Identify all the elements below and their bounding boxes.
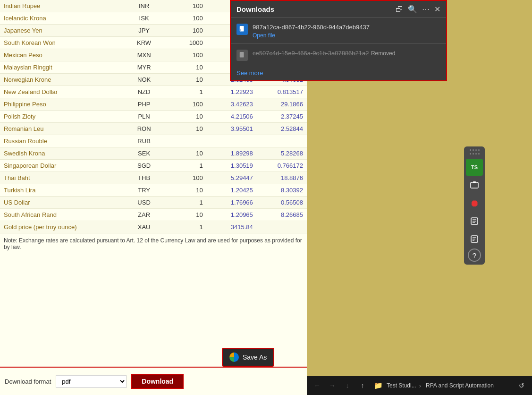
currency-value: 0.813517 <box>257 86 307 98</box>
currency-code: NOK <box>125 74 163 86</box>
currency-name: Indian Rupee <box>0 0 125 12</box>
currency-value: 8.26685 <box>257 209 307 221</box>
currency-code: SGD <box>125 160 163 172</box>
table-row: Swedish Krona SEK 10 1.89298 5.28268 <box>0 147 307 160</box>
down-button[interactable]: ↓ <box>341 379 354 392</box>
close-icon[interactable]: ✕ <box>434 5 440 14</box>
download-button[interactable]: Download <box>131 374 184 389</box>
currency-value: 29.1866 <box>257 98 307 111</box>
currency-unit: 100 <box>163 172 207 184</box>
currency-name: Mexican Peso <box>0 49 125 61</box>
toolbar-ts-button[interactable]: TS <box>466 159 483 176</box>
refresh-button[interactable]: ↺ <box>515 379 528 392</box>
currency-name: Malaysian Ringgit <box>0 61 125 74</box>
currency-code: TRY <box>125 184 163 197</box>
downloads-header-icons: 🗗 🔍 ⋯ ✕ <box>396 5 440 14</box>
table-row: Polish Zloty PLN 10 4.21506 2.37245 <box>0 111 307 123</box>
currency-name: New Zealand Dollar <box>0 86 125 98</box>
table-row: Gold price (per troy ounce) XAU 1 3415.8… <box>0 221 307 233</box>
taskbar-path1: Test Studi... <box>387 382 416 389</box>
search-icon[interactable]: 🔍 <box>408 5 417 14</box>
currency-rate: 1.20965 <box>207 209 257 221</box>
up-button[interactable]: ↑ <box>356 379 369 392</box>
currency-rate: 1.22923 <box>207 86 257 98</box>
currency-unit: 10 <box>163 111 207 123</box>
currency-code: USD <box>125 197 163 209</box>
currency-unit <box>163 135 207 147</box>
currency-code: RON <box>125 123 163 135</box>
currency-name: South Korean Won <box>0 37 125 49</box>
currency-rate: 3.42623 <box>207 98 257 111</box>
back-button[interactable]: ← <box>311 379 324 392</box>
toolbar-record-button[interactable]: ⏺ <box>466 195 483 212</box>
toolbar-script-button[interactable] <box>466 213 483 230</box>
download-item-info: 987a12ca-d867-4b22-960d-944a7deb9437 Ope… <box>253 23 440 39</box>
minimize-icon[interactable]: 🗗 <box>396 5 403 14</box>
see-more-link[interactable]: See more <box>231 66 446 80</box>
currency-rate: 3415.84 <box>207 221 257 233</box>
download-item-info-2: ce507c4d-15e9-466a-9c1b-3a07886b21a2 Rem… <box>253 49 440 57</box>
open-file-link[interactable]: Open file <box>253 32 440 39</box>
currency-unit: 1 <box>163 197 207 209</box>
currency-code: NZD <box>125 86 163 98</box>
currency-name: Singaporean Dollar <box>0 160 125 172</box>
currency-name: Romanian Leu <box>0 123 125 135</box>
toolbar-capture-button[interactable] <box>466 177 483 194</box>
taskbar: ← → ↓ ↑ 📁 Test Studi... › RPA and Script… <box>307 376 532 395</box>
format-select[interactable]: pdf csv xlsx <box>56 375 127 388</box>
currency-code: ZAR <box>125 209 163 221</box>
grip-dot <box>478 153 480 155</box>
downloads-panel: Downloads 🗗 🔍 ⋯ ✕ E 987a12ca-d867-4b22-9… <box>230 0 447 81</box>
currency-rate: 4.21506 <box>207 111 257 123</box>
currency-name: Icelandic Krona <box>0 12 125 25</box>
currency-name: Thai Baht <box>0 172 125 184</box>
note-text: Note: Exchange rates are calculated purs… <box>0 233 307 254</box>
currency-code: SEK <box>125 147 163 160</box>
currency-rate: 1.89298 <box>207 147 257 160</box>
toolbar-script2-button[interactable] <box>466 231 483 248</box>
currency-unit: 1 <box>163 160 207 172</box>
currency-rate: 1.76966 <box>207 197 257 209</box>
right-toolbar: TS ⏺ ? <box>464 146 485 265</box>
forward-button[interactable]: → <box>326 379 339 392</box>
edge-logo <box>229 352 239 362</box>
currency-code: RUB <box>125 135 163 147</box>
table-row: Philippine Peso PHP 100 3.42623 29.1866 <box>0 98 307 111</box>
save-as-popup: Save As <box>222 348 274 367</box>
currency-unit: 10 <box>163 147 207 160</box>
currency-name: Polish Zloty <box>0 111 125 123</box>
currency-unit: 100 <box>163 0 207 12</box>
toolbar-help-button[interactable]: ? <box>468 249 481 262</box>
taskbar-path2: RPA and Script Automation <box>426 382 494 389</box>
currency-value: 8.30392 <box>257 184 307 197</box>
currency-code: ISK <box>125 12 163 25</box>
download-file-icon-2 <box>236 50 248 61</box>
currency-unit: 10 <box>163 74 207 86</box>
currency-rate: 5.29447 <box>207 172 257 184</box>
currency-value: 18.8876 <box>257 172 307 184</box>
currency-code: THB <box>125 172 163 184</box>
table-row: US Dollar USD 1 1.76966 0.56508 <box>0 197 307 209</box>
currency-rate: 1.20425 <box>207 184 257 197</box>
currency-code: PLN <box>125 111 163 123</box>
currency-unit: 10 <box>163 209 207 221</box>
currency-rate: 1.30519 <box>207 160 257 172</box>
table-row: New Zealand Dollar NZD 1 1.22923 0.81351… <box>0 86 307 98</box>
currency-value <box>257 135 307 147</box>
more-options-icon[interactable]: ⋯ <box>422 5 430 14</box>
table-row: Romanian Leu RON 10 3.95501 2.52844 <box>0 123 307 135</box>
grip-handle[interactable] <box>470 149 479 156</box>
path-separator: › <box>419 382 421 389</box>
download-file-icon: E <box>236 24 248 35</box>
currency-unit: 10 <box>163 61 207 74</box>
table-row: Singaporean Dollar SGD 1 1.30519 0.76617… <box>0 160 307 172</box>
currency-code: XAU <box>125 221 163 233</box>
grip-dot <box>475 153 477 155</box>
currency-name: Russian Rouble <box>0 135 125 147</box>
download-status: Removed <box>371 50 395 57</box>
currency-unit: 1 <box>163 86 207 98</box>
currency-code: MYR <box>125 61 163 74</box>
currency-value: 2.52844 <box>257 123 307 135</box>
folder-icon: 📁 <box>374 381 383 390</box>
currency-code: JPY <box>125 25 163 37</box>
